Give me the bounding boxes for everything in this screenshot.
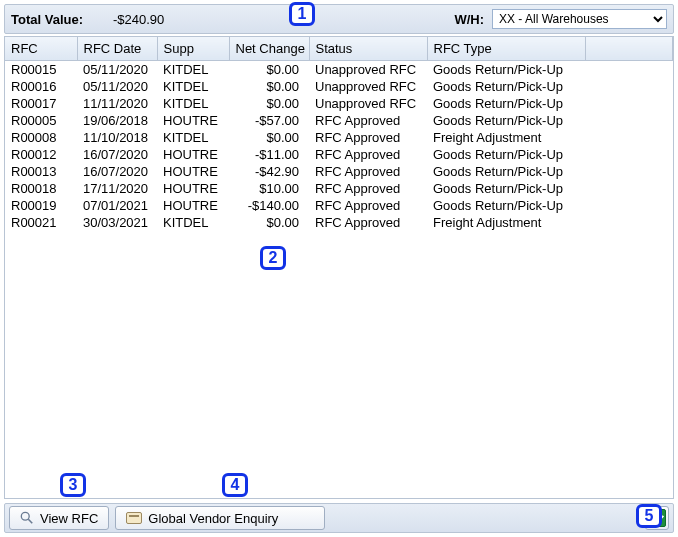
col-rfc-date[interactable]: RFC Date	[77, 37, 157, 61]
cell-type: Goods Return/Pick-Up	[427, 180, 585, 197]
cell-supp: KITDEL	[157, 214, 229, 231]
warehouse-select[interactable]: XX - All Warehouses	[492, 9, 667, 29]
cell-type: Goods Return/Pick-Up	[427, 197, 585, 214]
cell-date: 16/07/2020	[77, 163, 157, 180]
cell-supp: HOUTRE	[157, 112, 229, 129]
table-row[interactable]: R0001605/11/2020KITDEL$0.00Unapproved RF…	[5, 78, 673, 95]
cell-type: Freight Adjustment	[427, 214, 585, 231]
cell-date: 17/11/2020	[77, 180, 157, 197]
view-rfc-button[interactable]: View RFC	[9, 506, 109, 530]
cell-supp: HOUTRE	[157, 197, 229, 214]
col-supp[interactable]: Supp	[157, 37, 229, 61]
cell-date: 05/11/2020	[77, 78, 157, 95]
cell-status: Unapproved RFC	[309, 78, 427, 95]
cell-date: 07/01/2021	[77, 197, 157, 214]
table-row[interactable]: R0001216/07/2020HOUTRE-$11.00RFC Approve…	[5, 146, 673, 163]
table-row[interactable]: R0001817/11/2020HOUTRE$10.00RFC Approved…	[5, 180, 673, 197]
cell-status: RFC Approved	[309, 112, 427, 129]
cell-net: $10.00	[229, 180, 309, 197]
callout-2: 2	[260, 246, 286, 270]
cell-type: Goods Return/Pick-Up	[427, 61, 585, 79]
cell-rfc: R00005	[5, 112, 77, 129]
cell-supp: KITDEL	[157, 129, 229, 146]
rfc-table-area: RFC RFC Date Supp Net Change Status RFC …	[4, 36, 674, 499]
callout-5: 5	[636, 504, 662, 528]
rfc-table[interactable]: RFC RFC Date Supp Net Change Status RFC …	[5, 37, 673, 231]
cell-type: Goods Return/Pick-Up	[427, 146, 585, 163]
cell-type: Goods Return/Pick-Up	[427, 78, 585, 95]
table-row[interactable]: R0001316/07/2020HOUTRE-$42.90RFC Approve…	[5, 163, 673, 180]
cell-date: 11/10/2018	[77, 129, 157, 146]
table-row[interactable]: R0001907/01/2021HOUTRE-$140.00RFC Approv…	[5, 197, 673, 214]
cell-date: 05/11/2020	[77, 61, 157, 79]
header-bar: Total Value: -$240.90 W/H: XX - All Ware…	[4, 4, 674, 34]
cell-rfc: R00017	[5, 95, 77, 112]
callout-4: 4	[222, 473, 248, 497]
cell-rfc: R00015	[5, 61, 77, 79]
global-vendor-enquiry-button[interactable]: Global Vendor Enquiry	[115, 506, 325, 530]
cell-rfc: R00018	[5, 180, 77, 197]
cell-supp: HOUTRE	[157, 146, 229, 163]
magnifier-icon	[20, 511, 34, 525]
card-icon	[126, 512, 142, 524]
cell-date: 16/07/2020	[77, 146, 157, 163]
cell-rfc: R00008	[5, 129, 77, 146]
cell-net: -$11.00	[229, 146, 309, 163]
cell-net: $0.00	[229, 95, 309, 112]
cell-rfc: R00013	[5, 163, 77, 180]
table-row[interactable]: R0000811/10/2018KITDEL$0.00RFC ApprovedF…	[5, 129, 673, 146]
footer-bar: View RFC Global Vendor Enquiry	[4, 503, 674, 533]
svg-line-1	[28, 519, 32, 523]
table-row[interactable]: R0000519/06/2018HOUTRE-$57.00RFC Approve…	[5, 112, 673, 129]
col-rfc-type[interactable]: RFC Type	[427, 37, 585, 61]
cell-net: -$140.00	[229, 197, 309, 214]
cell-net: $0.00	[229, 214, 309, 231]
warehouse-label: W/H:	[454, 12, 484, 27]
cell-rfc: R00019	[5, 197, 77, 214]
cell-date: 19/06/2018	[77, 112, 157, 129]
col-net-change[interactable]: Net Change	[229, 37, 309, 61]
cell-status: RFC Approved	[309, 129, 427, 146]
table-row[interactable]: R0001711/11/2020KITDEL$0.00Unapproved RF…	[5, 95, 673, 112]
cell-supp: KITDEL	[157, 78, 229, 95]
callout-3: 3	[60, 473, 86, 497]
cell-status: Unapproved RFC	[309, 95, 427, 112]
cell-type: Goods Return/Pick-Up	[427, 163, 585, 180]
total-value-label: Total Value:	[11, 12, 83, 27]
cell-supp: HOUTRE	[157, 163, 229, 180]
table-header-row: RFC RFC Date Supp Net Change Status RFC …	[5, 37, 673, 61]
cell-net: $0.00	[229, 129, 309, 146]
col-rfc[interactable]: RFC	[5, 37, 77, 61]
cell-status: RFC Approved	[309, 163, 427, 180]
cell-supp: KITDEL	[157, 95, 229, 112]
table-row[interactable]: R0002130/03/2021KITDEL$0.00RFC ApprovedF…	[5, 214, 673, 231]
cell-status: RFC Approved	[309, 214, 427, 231]
cell-rfc: R00021	[5, 214, 77, 231]
cell-net: $0.00	[229, 78, 309, 95]
cell-date: 30/03/2021	[77, 214, 157, 231]
cell-type: Freight Adjustment	[427, 129, 585, 146]
cell-status: RFC Approved	[309, 180, 427, 197]
global-vendor-label: Global Vendor Enquiry	[148, 511, 278, 526]
cell-status: RFC Approved	[309, 197, 427, 214]
view-rfc-label: View RFC	[40, 511, 98, 526]
total-value: -$240.90	[113, 12, 193, 27]
cell-type: Goods Return/Pick-Up	[427, 95, 585, 112]
cell-net: -$57.00	[229, 112, 309, 129]
cell-status: RFC Approved	[309, 146, 427, 163]
callout-1: 1	[289, 2, 315, 26]
cell-supp: HOUTRE	[157, 180, 229, 197]
cell-rfc: R00016	[5, 78, 77, 95]
cell-net: -$42.90	[229, 163, 309, 180]
cell-type: Goods Return/Pick-Up	[427, 112, 585, 129]
col-status[interactable]: Status	[309, 37, 427, 61]
cell-supp: KITDEL	[157, 61, 229, 79]
svg-point-0	[21, 512, 29, 520]
cell-date: 11/11/2020	[77, 95, 157, 112]
cell-net: $0.00	[229, 61, 309, 79]
cell-status: Unapproved RFC	[309, 61, 427, 79]
col-spacer	[585, 37, 673, 61]
cell-rfc: R00012	[5, 146, 77, 163]
table-row[interactable]: R0001505/11/2020KITDEL$0.00Unapproved RF…	[5, 61, 673, 79]
